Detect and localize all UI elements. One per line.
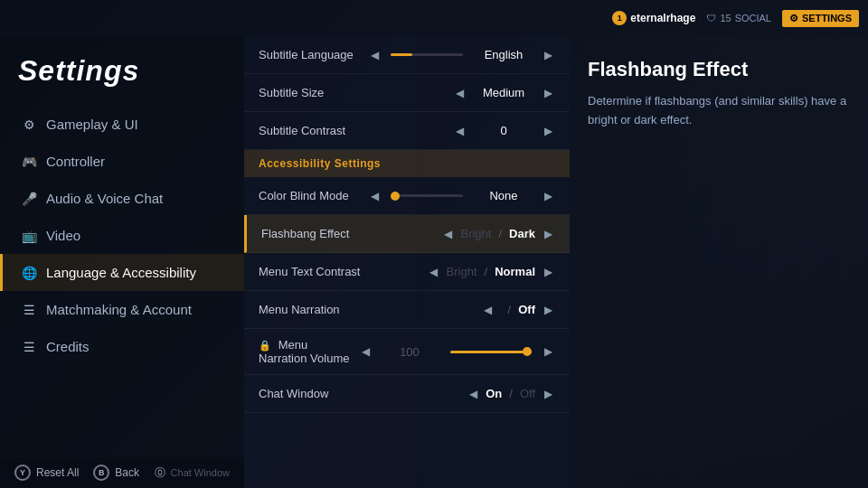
menu-narration-off-option: Off — [518, 303, 535, 316]
subtitle-size-left-arrow[interactable]: ◀ — [452, 87, 467, 99]
color-blind-value-text: None — [472, 189, 535, 202]
chat-window-value: ◀ On / Off ▶ — [466, 387, 555, 400]
menu-text-right-arrow[interactable]: ▶ — [541, 266, 555, 278]
color-blind-value: ◀ None ▶ — [367, 189, 555, 202]
hint-label: Chat Window — [171, 467, 230, 478]
notification-badge: 1 — [612, 11, 627, 25]
setting-row-flashbang[interactable]: Flashbang Effect ◀ Bright / Dark ▶ — [244, 215, 570, 253]
menu-narration-value: ◀ / Off ▶ — [481, 303, 555, 316]
color-blind-left-arrow[interactable]: ◀ — [367, 190, 382, 202]
setting-row-subtitle-contrast: Subtitle Contrast ◀ 0 ▶ — [244, 112, 570, 150]
narration-volume-slider[interactable] — [450, 351, 532, 353]
content-panel: Subtitle Language ◀ English ▶ Subtitle S… — [244, 36, 570, 488]
back-key-badge: B — [93, 465, 109, 481]
menu-text-normal-option: Normal — [495, 265, 535, 278]
back-action[interactable]: B Back — [93, 465, 139, 481]
setting-row-chat-window: Chat Window ◀ On / Off ▶ — [244, 375, 570, 413]
matchmaking-icon: ☰ — [21, 303, 37, 317]
settings-gear-icon: ⚙ — [789, 13, 798, 24]
sidebar: Settings ⚙ Gameplay & UI 🎮 Controller 🎤 … — [0, 36, 244, 488]
subtitle-language-right-arrow[interactable]: ▶ — [541, 49, 555, 61]
color-blind-right-arrow[interactable]: ▶ — [541, 190, 555, 202]
narration-volume-value: ◀ 100 ▶ — [358, 345, 555, 359]
flashbang-label: Flashbang Effect — [261, 227, 440, 240]
main-container: Settings ⚙ Gameplay & UI 🎮 Controller 🎤 … — [0, 36, 868, 488]
subtitle-contrast-right-arrow[interactable]: ▶ — [541, 125, 555, 137]
setting-row-subtitle-size: Subtitle Size ◀ Medium ▶ — [244, 74, 570, 112]
language-icon: 🌐 — [21, 266, 37, 280]
settings-tab[interactable]: ⚙ SETTINGS — [782, 10, 859, 27]
subtitle-contrast-value-text: 0 — [472, 124, 535, 137]
chat-window-left-arrow[interactable]: ◀ — [466, 388, 480, 400]
subtitle-language-value-text: English — [472, 48, 535, 61]
menu-narration-left-arrow[interactable]: ◀ — [481, 304, 495, 316]
chat-window-label: Chat Window — [259, 387, 466, 400]
flashbang-dark-option: Dark — [509, 227, 535, 240]
video-icon: 📺 — [21, 229, 37, 243]
setting-row-menu-narration: Menu Narration ◀ / Off ▶ — [244, 291, 570, 329]
sidebar-item-gameplay[interactable]: ⚙ Gameplay & UI — [0, 106, 244, 143]
reset-all-action[interactable]: Y Reset All — [14, 465, 79, 481]
lock-icon: 🔒 — [259, 340, 271, 351]
credits-icon: ☰ — [21, 340, 37, 354]
social-label[interactable]: SOCIAL — [735, 13, 771, 23]
top-bar-social-area: 1 eternalrhage 🛡 15 SOCIAL ⚙ SETTINGS — [612, 10, 859, 27]
sidebar-item-controller[interactable]: 🎮 Controller — [0, 143, 244, 180]
narration-volume-label: 🔒 Menu Narration Volume — [259, 338, 358, 365]
narration-volume-fill — [450, 351, 532, 353]
top-bar: 1 eternalrhage 🛡 15 SOCIAL ⚙ SETTINGS — [0, 0, 868, 36]
menu-narration-slash: / — [508, 303, 512, 316]
setting-row-menu-text-contrast: Menu Text Contrast ◀ Bright / Normal ▶ — [244, 253, 570, 291]
menu-text-bright-option: Bright — [447, 265, 477, 278]
subtitle-contrast-left-arrow[interactable]: ◀ — [452, 125, 467, 137]
social-item[interactable]: 1 eternalrhage — [612, 11, 695, 25]
info-title: Flashbang Effect — [588, 58, 850, 81]
color-blind-slider[interactable] — [391, 194, 463, 197]
controller-icon: 🎮 — [21, 155, 37, 169]
narration-volume-text: 100 — [378, 345, 441, 359]
subtitle-size-value: ◀ Medium ▶ — [452, 86, 555, 99]
chat-window-right-arrow[interactable]: ▶ — [541, 388, 555, 400]
sidebar-item-language[interactable]: 🌐 Language & Accessibility — [0, 254, 244, 291]
menu-text-contrast-label: Menu Text Contrast — [259, 265, 427, 278]
back-label: Back — [115, 466, 139, 479]
narration-volume-right-arrow[interactable]: ▶ — [541, 345, 555, 358]
narration-volume-left-arrow[interactable]: ◀ — [358, 345, 373, 358]
menu-narration-right-arrow[interactable]: ▶ — [541, 304, 555, 316]
flashbang-slash: / — [498, 227, 502, 240]
chat-window-slash: / — [509, 387, 513, 400]
subtitle-language-value: ◀ English ▶ — [367, 48, 555, 61]
sidebar-item-audio[interactable]: 🎤 Audio & Voice Chat — [0, 180, 244, 217]
gameplay-icon: ⚙ — [21, 117, 37, 132]
username: eternalrhage — [630, 12, 695, 24]
flashbang-left-arrow[interactable]: ◀ — [440, 228, 455, 240]
chat-hint-action: ⓪ Chat Window — [155, 465, 230, 481]
flashbang-right-arrow[interactable]: ▶ — [541, 228, 555, 240]
sidebar-item-matchmaking[interactable]: ☰ Matchmaking & Account — [0, 291, 244, 328]
menu-narration-label: Menu Narration — [259, 303, 481, 316]
page-title: Settings — [0, 45, 244, 106]
menu-text-left-arrow[interactable]: ◀ — [427, 266, 441, 278]
sidebar-label-language: Language & Accessibility — [46, 265, 196, 280]
color-blind-label: Color Blind Mode — [259, 189, 367, 202]
sidebar-label-controller: Controller — [46, 154, 105, 169]
reset-key-badge: Y — [14, 465, 31, 481]
accessibility-section-header: Accessibility Settings — [244, 150, 570, 177]
menu-text-slash: / — [485, 265, 488, 278]
subtitle-language-left-arrow[interactable]: ◀ — [367, 49, 382, 61]
sidebar-item-credits[interactable]: ☰ Credits — [0, 328, 244, 365]
chat-window-on-option: On — [486, 387, 502, 400]
hint-key: ⓪ — [155, 465, 165, 481]
subtitle-language-slider-fill — [391, 53, 412, 56]
section-header-label: Accessibility Settings — [259, 157, 381, 170]
subtitle-language-slider[interactable] — [391, 53, 463, 56]
subtitle-size-label: Subtitle Size — [259, 86, 452, 99]
bottom-bar: Y Reset All B Back ⓪ Chat Window — [0, 457, 244, 488]
sidebar-item-video[interactable]: 📺 Video — [0, 217, 244, 254]
subtitle-contrast-label: Subtitle Contrast — [259, 124, 452, 137]
level-icon: 🛡 — [706, 13, 716, 23]
subtitle-contrast-value: ◀ 0 ▶ — [452, 124, 555, 137]
setting-row-color-blind: Color Blind Mode ◀ None ▶ — [244, 177, 570, 215]
subtitle-size-right-arrow[interactable]: ▶ — [541, 87, 555, 99]
sidebar-label-video: Video — [46, 228, 80, 243]
